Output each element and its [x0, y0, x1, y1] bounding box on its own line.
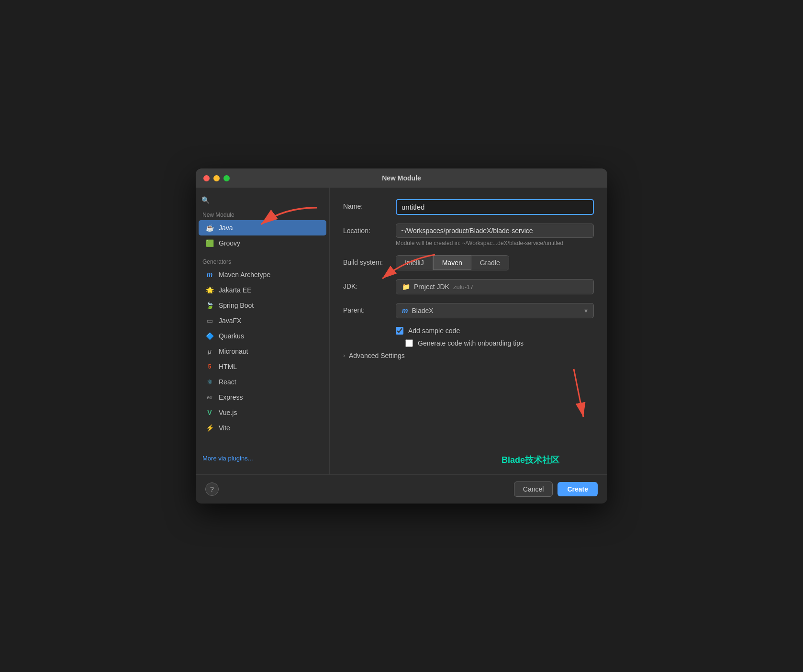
sidebar-item-jakarta-ee[interactable]: 🌟 Jakarta EE [199, 282, 326, 298]
chevron-down-icon: ▾ [584, 307, 588, 314]
name-input[interactable] [396, 199, 594, 215]
build-system-wrap: IntelliJ Maven Gradle [396, 255, 594, 270]
generators-section: Generators m Maven Archetype 🌟 Jakarta E… [196, 256, 329, 436]
quarkus-icon: 🔷 [205, 332, 214, 340]
html-icon: 5 [205, 362, 214, 371]
chevron-right-icon: › [343, 352, 345, 359]
parent-m-icon: m [402, 307, 408, 314]
location-row: Location: Module will be created in: ~/W… [343, 224, 594, 246]
java-label: Java [219, 224, 233, 232]
add-sample-code-row: Add sample code [396, 327, 594, 335]
traffic-lights [203, 175, 230, 181]
close-button[interactable] [203, 175, 210, 181]
location-wrap: Module will be created in: ~/Workspac...… [396, 224, 594, 246]
add-sample-code-checkbox[interactable] [396, 327, 403, 335]
react-label: React [219, 378, 236, 386]
location-label: Location: [343, 224, 396, 235]
sidebar-item-vue[interactable]: V Vue.js [199, 405, 326, 420]
parent-inner: m BladeX [402, 307, 434, 314]
sidebar-item-groovy[interactable]: 🟩 Groovy [199, 235, 326, 251]
advanced-settings-label: Advanced Settings [349, 352, 405, 359]
generate-code-checkbox[interactable] [405, 339, 413, 347]
micronaut-icon: μ [205, 347, 214, 356]
maximize-button[interactable] [223, 175, 230, 181]
dialog-body: 🔍 New Module ☕ Java 🟩 Groovy Generators … [196, 188, 607, 474]
jdk-value: Project JDK [414, 283, 449, 291]
express-label: Express [219, 393, 243, 401]
sidebar-item-express[interactable]: ex Express [199, 390, 326, 405]
spring-boot-label: Spring Boot [219, 302, 254, 309]
build-intellij-button[interactable]: IntelliJ [396, 256, 433, 270]
name-label: Name: [343, 199, 396, 210]
parent-label: Parent: [343, 303, 396, 314]
parent-value: BladeX [412, 307, 433, 314]
sidebar-item-micronaut[interactable]: μ Micronaut [199, 344, 326, 359]
vue-icon: V [205, 408, 214, 417]
sidebar-item-react[interactable]: ⚛ React [199, 374, 326, 390]
build-system-label: Build system: [343, 255, 396, 266]
help-button[interactable]: ? [205, 482, 219, 496]
arrow-to-create [550, 364, 598, 426]
build-maven-button[interactable]: Maven [433, 256, 471, 270]
search-bar: 🔍 [196, 193, 329, 209]
jakarta-ee-label: Jakarta EE [219, 286, 251, 294]
sidebar-item-java[interactable]: ☕ Java [199, 220, 326, 235]
sidebar: 🔍 New Module ☕ Java 🟩 Groovy Generators … [196, 188, 330, 474]
java-icon: ☕ [205, 224, 214, 232]
sidebar-item-html[interactable]: 5 HTML [199, 359, 326, 374]
advanced-settings-toggle[interactable]: › Advanced Settings [343, 352, 594, 359]
groovy-label: Groovy [219, 239, 240, 247]
javafx-label: JavaFX [219, 317, 241, 325]
watermark: Blade技术社区 [502, 454, 559, 466]
jdk-row: JDK: 📁 Project JDK zulu-17 [343, 279, 594, 294]
location-hint: Module will be created in: ~/Workspac...… [396, 240, 594, 246]
jakarta-icon: 🌟 [205, 286, 214, 294]
sidebar-item-quarkus[interactable]: 🔷 Quarkus [199, 328, 326, 344]
jdk-selector[interactable]: 📁 Project JDK zulu-17 [396, 279, 594, 294]
vite-icon: ⚡ [205, 424, 214, 432]
build-system-row: Build system: IntelliJ Maven Gradle [343, 255, 594, 270]
spring-icon: 🍃 [205, 301, 214, 310]
quarkus-label: Quarkus [219, 332, 244, 340]
micronaut-label: Micronaut [219, 347, 248, 355]
jdk-folder-icon: 📁 [402, 283, 410, 291]
sidebar-item-javafx[interactable]: ▭ JavaFX [199, 313, 326, 328]
name-row: Name: [343, 199, 594, 215]
more-plugins-link[interactable]: More via plugins... [196, 448, 329, 469]
react-icon: ⚛ [205, 378, 214, 386]
location-input[interactable] [396, 224, 594, 238]
minimize-button[interactable] [213, 175, 220, 181]
dialog-title: New Module [382, 174, 421, 182]
maven-archetype-label: Maven Archetype [219, 271, 270, 279]
sidebar-item-spring-boot[interactable]: 🍃 Spring Boot [199, 298, 326, 313]
new-module-section-label: New Module [196, 209, 329, 220]
name-input-wrap [396, 199, 594, 215]
vite-label: Vite [219, 424, 230, 432]
groovy-icon: 🟩 [205, 239, 214, 247]
generate-code-label: Generate code with onboarding tips [418, 339, 524, 347]
html-label: HTML [219, 363, 237, 370]
javafx-icon: ▭ [205, 316, 214, 325]
title-bar: New Module [196, 168, 607, 188]
add-sample-code-label: Add sample code [408, 327, 460, 335]
generators-label: Generators [196, 256, 329, 267]
new-module-dialog: /** New Module 🔍 New Module ☕ Java 🟩 Gro… [196, 168, 607, 504]
build-gradle-button[interactable]: Gradle [471, 256, 509, 270]
sidebar-item-vite[interactable]: ⚡ Vite [199, 420, 326, 436]
sidebar-item-maven-archetype[interactable]: m Maven Archetype [199, 267, 326, 282]
create-button[interactable]: Create [558, 482, 598, 496]
main-content: Name: Location: Module will be created i… [330, 188, 607, 474]
parent-selector[interactable]: m BladeX ▾ [396, 303, 594, 318]
build-system-buttons: IntelliJ Maven Gradle [396, 255, 509, 270]
jdk-version: zulu-17 [453, 283, 474, 291]
vue-label: Vue.js [219, 409, 237, 416]
maven-icon: m [205, 270, 214, 279]
jdk-label: JDK: [343, 279, 396, 290]
parent-row: Parent: m BladeX ▾ [343, 303, 594, 318]
parent-wrap: m BladeX ▾ [396, 303, 594, 318]
dialog-footer: ? Cancel Create [196, 474, 607, 504]
generate-code-row: Generate code with onboarding tips [405, 339, 594, 347]
search-icon: 🔍 [201, 196, 210, 204]
cancel-button[interactable]: Cancel [514, 482, 553, 497]
express-icon: ex [205, 393, 214, 402]
